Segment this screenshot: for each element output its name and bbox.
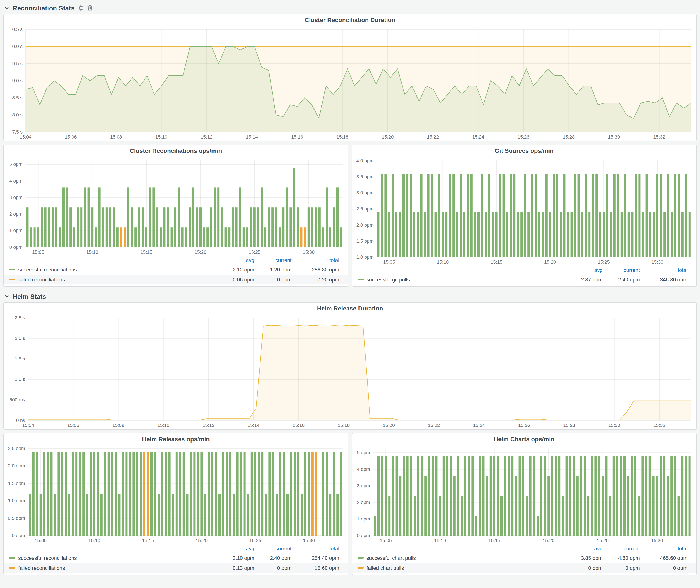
svg-text:15:12: 15:12 bbox=[201, 134, 213, 140]
panel-cluster-reconciliations-opm: Cluster Reconciliations ops/min 0 opm1 o… bbox=[3, 145, 348, 287]
helm-release-duration-chart[interactable]: 0 ns500 ms1.0 s1.5 s2.0 s2.5 s15:0415:06… bbox=[4, 314, 696, 429]
svg-text:2.5 opm: 2.5 opm bbox=[8, 446, 25, 451]
panel-title-helm-charts-opm[interactable]: Helm Charts ops/min bbox=[352, 433, 696, 445]
svg-text:15:26: 15:26 bbox=[518, 423, 530, 428]
legend-header: avg current total bbox=[4, 256, 348, 265]
legend-sort-total[interactable]: total bbox=[640, 267, 687, 273]
gear-icon[interactable] bbox=[78, 5, 84, 11]
legend-row-failed-reconciliations[interactable]: failed reconciliations 0.13 opm 0 opm 15… bbox=[4, 563, 348, 573]
panel-title-cluster-reconciliations-opm[interactable]: Cluster Reconciliations ops/min bbox=[4, 145, 348, 157]
series-total: 256.80 opm bbox=[292, 267, 339, 273]
chevron-down-icon[interactable] bbox=[4, 294, 10, 299]
series-avg: 0.06 opm bbox=[217, 276, 254, 283]
legend-sort-current[interactable]: current bbox=[603, 267, 640, 273]
svg-text:1.5 opm: 1.5 opm bbox=[356, 238, 374, 244]
legend-row-successful-reconciliations[interactable]: successful reconciliations 2.10 opm 2.40… bbox=[4, 553, 348, 563]
legend-sort-avg[interactable]: avg bbox=[217, 257, 254, 263]
legend-sort-avg[interactable]: avg bbox=[217, 546, 254, 552]
series-dash-icon bbox=[357, 567, 363, 569]
svg-text:15:06: 15:06 bbox=[65, 134, 77, 140]
legend-row-successful-chart-pulls[interactable]: successful chart pulls 3.85 opm 4.80 opm… bbox=[352, 553, 696, 563]
svg-text:0.5 opm: 0.5 opm bbox=[8, 515, 25, 521]
legend-row-failed-chart-pulls[interactable]: failed chart pulls 0 opm 0 opm 0 opm bbox=[352, 563, 696, 573]
panel-title-helm-release-duration[interactable]: Helm Release Duration bbox=[4, 303, 696, 314]
panel-title-helm-releases-opm[interactable]: Helm Releases ops/min bbox=[4, 433, 348, 445]
series-total: 346.80 opm bbox=[640, 276, 687, 283]
svg-text:15:28: 15:28 bbox=[563, 423, 575, 428]
svg-text:15:14: 15:14 bbox=[246, 134, 258, 140]
legend-row-successful-git-pulls[interactable]: successful git pulls 2.87 opm 2.40 opm 3… bbox=[352, 275, 696, 284]
svg-text:15:16: 15:16 bbox=[293, 423, 305, 428]
series-total: 0 opm bbox=[640, 565, 687, 571]
trash-icon[interactable] bbox=[87, 5, 93, 11]
chevron-down-icon[interactable] bbox=[4, 5, 10, 10]
helm-releases-opm-chart[interactable]: 0 opm0.5 opm1.0 opm1.5 opm2.0 opm2.5 opm… bbox=[4, 445, 348, 544]
svg-text:2.5 opm: 2.5 opm bbox=[356, 206, 374, 212]
svg-text:1.5 opm: 1.5 opm bbox=[8, 481, 25, 486]
svg-text:8.5 s: 8.5 s bbox=[12, 95, 23, 100]
svg-text:15:16: 15:16 bbox=[291, 134, 303, 140]
legend-sort-total[interactable]: total bbox=[292, 546, 339, 552]
series-avg: 2.87 opm bbox=[565, 276, 603, 283]
series-label: failed reconciliations bbox=[18, 276, 65, 283]
series-total: 7.20 opm bbox=[292, 276, 339, 283]
series-dash-icon bbox=[357, 279, 363, 280]
series-current: 0 opm bbox=[603, 565, 640, 571]
svg-text:1.0 opm: 1.0 opm bbox=[8, 498, 25, 503]
legend-sort-total[interactable]: total bbox=[640, 546, 687, 552]
svg-text:15:20: 15:20 bbox=[382, 134, 394, 140]
legend-row-failed-reconciliations[interactable]: failed reconciliations 0.06 opm 0 opm 7.… bbox=[4, 275, 348, 284]
svg-text:15:24: 15:24 bbox=[472, 134, 484, 140]
series-dash-icon bbox=[357, 557, 363, 559]
svg-text:1.5 s: 1.5 s bbox=[15, 356, 25, 362]
svg-text:15:08: 15:08 bbox=[110, 134, 122, 140]
legend-sort-avg[interactable]: avg bbox=[565, 546, 603, 552]
svg-text:500 ms: 500 ms bbox=[10, 397, 25, 402]
panel-title-git-sources-opm[interactable]: Git Sources ops/min bbox=[352, 145, 696, 157]
svg-text:0 ns: 0 ns bbox=[16, 418, 25, 423]
legend-header: avg current total bbox=[352, 266, 696, 275]
panel-cluster-reconciliation-duration: Cluster Reconciliation Duration 7.5 s8.0… bbox=[3, 14, 697, 141]
series-label: failed reconciliations bbox=[18, 565, 65, 571]
legend-sort-current[interactable]: current bbox=[254, 546, 292, 552]
svg-text:15:12: 15:12 bbox=[203, 423, 215, 428]
svg-text:15:20: 15:20 bbox=[194, 249, 206, 255]
svg-text:15:30: 15:30 bbox=[651, 259, 663, 265]
legend-sort-current[interactable]: current bbox=[254, 257, 292, 263]
svg-text:4 opm: 4 opm bbox=[9, 178, 23, 184]
series-dash-icon bbox=[9, 557, 15, 559]
svg-text:9.0 s: 9.0 s bbox=[12, 78, 23, 83]
svg-text:15:30: 15:30 bbox=[608, 134, 620, 140]
helm-charts-opm-chart[interactable]: 0 opm1 opm2 opm3 opm4 opm5 opm15:0515:10… bbox=[352, 445, 696, 544]
svg-text:15:04: 15:04 bbox=[19, 134, 31, 140]
git-sources-opm-chart[interactable]: 1.0 opm1.5 opm2.0 opm2.5 opm3.0 opm3.5 o… bbox=[352, 157, 696, 266]
legend-sort-total[interactable]: total bbox=[292, 257, 339, 263]
svg-text:1 opm: 1 opm bbox=[9, 228, 23, 233]
series-label: successful git pulls bbox=[366, 276, 410, 283]
svg-text:15:15: 15:15 bbox=[490, 259, 502, 265]
legend-sort-current[interactable]: current bbox=[603, 546, 640, 552]
svg-text:2.0 opm: 2.0 opm bbox=[356, 222, 374, 228]
svg-text:0 opm: 0 opm bbox=[12, 533, 25, 538]
section-title: Helm Stats bbox=[13, 292, 46, 300]
svg-text:15:20: 15:20 bbox=[544, 259, 556, 265]
panel-helm-release-duration: Helm Release Duration 0 ns500 ms1.0 s1.5… bbox=[3, 302, 697, 430]
svg-text:15:10: 15:10 bbox=[155, 134, 167, 140]
svg-text:15:30: 15:30 bbox=[303, 249, 315, 255]
section-header-reconciliation-stats[interactable]: Reconciliation Stats bbox=[3, 2, 697, 14]
panel-title-cluster-reconciliation-duration[interactable]: Cluster Reconciliation Duration bbox=[4, 14, 696, 26]
section-header-helm-stats[interactable]: Helm Stats bbox=[3, 290, 697, 302]
series-label: successful reconciliations bbox=[18, 555, 77, 561]
series-current: 2.40 opm bbox=[254, 555, 292, 561]
legend-sort-avg[interactable]: avg bbox=[565, 267, 603, 273]
panel-helm-charts-opm: Helm Charts ops/min 0 opm1 opm2 opm3 opm… bbox=[352, 433, 697, 575]
cluster-reconciliation-duration-chart[interactable]: 7.5 s8.0 s8.5 s9.0 s9.5 s10.0 s10.5 s15:… bbox=[4, 26, 696, 141]
legend-row-successful-reconciliations[interactable]: successful reconciliations 2.12 opm 1.20… bbox=[4, 265, 348, 275]
svg-text:15:14: 15:14 bbox=[248, 423, 260, 428]
cluster-reconciliations-opm-chart[interactable]: 0 opm1 opm2 opm3 opm4 opm5 opm15:0515:10… bbox=[4, 157, 348, 256]
legend: avg current total successful chart pulls… bbox=[352, 544, 696, 575]
series-total: 254.40 opm bbox=[292, 555, 339, 561]
svg-text:3.5 opm: 3.5 opm bbox=[356, 174, 374, 179]
svg-text:15:25: 15:25 bbox=[248, 249, 260, 255]
section-title: Reconciliation Stats bbox=[13, 4, 75, 11]
